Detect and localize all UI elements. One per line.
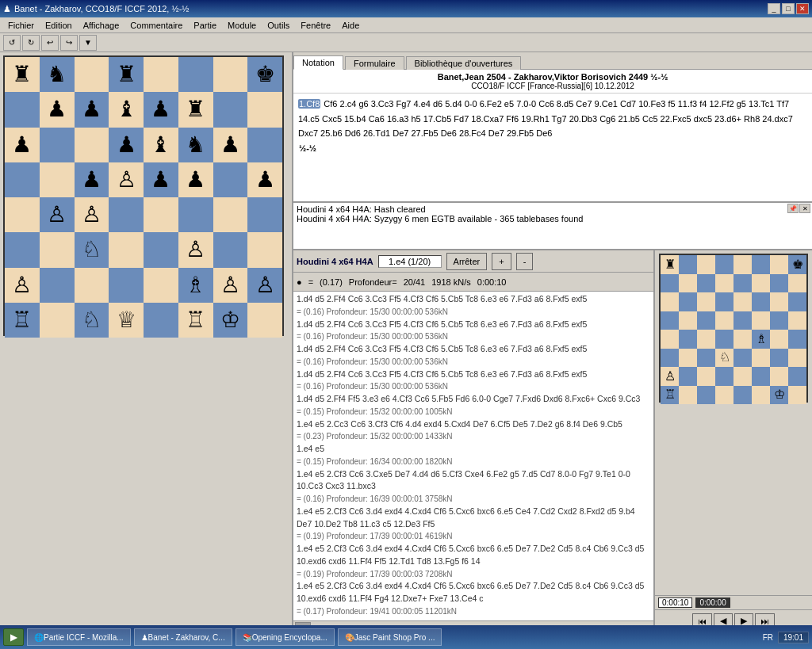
board-cell-0-3[interactable]: ♜ [109, 57, 144, 92]
board-cell-7-4[interactable] [144, 303, 178, 338]
small-cell-2-5[interactable] [752, 292, 770, 311]
board-cell-6-6[interactable]: ♙ [213, 268, 248, 303]
engine-line-9[interactable]: 1.e4 e5 2.Cf3 Cc6 3.d4 exd4 4.Cxd4 Cf6 5… [297, 543, 650, 580]
small-cell-5-3[interactable]: ♘ [715, 349, 733, 368]
board-cell-4-0[interactable] [5, 197, 40, 232]
move-1-highlight[interactable]: 1.Cf8 [298, 99, 320, 109]
notation-body[interactable]: 1.Cf8 Cf6 2.c4 g6 3.Cc3 Fg7 4.e4 d6 5.d4… [293, 94, 812, 201]
small-cell-6-1[interactable] [679, 367, 697, 386]
plus-button[interactable]: + [492, 253, 511, 270]
small-cell-2-7[interactable] [788, 292, 806, 311]
board-cell-2-6[interactable]: ♟ [213, 128, 248, 162]
toolbar-btn-2[interactable]: ↻ [22, 35, 40, 51]
menu-item-module[interactable]: Module [223, 20, 261, 31]
board-cell-4-1[interactable]: ♙ [40, 197, 75, 232]
menu-item-fenêtre[interactable]: Fenêtre [296, 20, 335, 31]
board-cell-0-7[interactable]: ♚ [247, 57, 282, 92]
small-cell-5-5[interactable] [752, 349, 770, 368]
engine-line-0[interactable]: 1.d4 d5 2.Ff4 Cc6 3.Cc3 Ff5 4.Cf3 Cf6 5.… [297, 293, 650, 319]
small-cell-1-2[interactable] [697, 274, 715, 293]
small-cell-3-4[interactable] [733, 311, 752, 330]
board-cell-1-7[interactable] [247, 92, 282, 127]
small-cell-3-5[interactable] [752, 311, 770, 330]
small-cell-4-3[interactable] [715, 330, 733, 349]
small-cell-7-7[interactable] [788, 386, 806, 405]
board-cell-7-3[interactable]: ♕ [109, 303, 144, 338]
small-cell-7-5[interactable] [752, 386, 770, 405]
minimize-button[interactable]: _ [768, 3, 780, 14]
small-cell-7-4[interactable] [733, 386, 752, 405]
small-cell-0-6[interactable] [770, 255, 788, 274]
minus-button[interactable]: - [516, 253, 534, 270]
small-cell-1-6[interactable] [770, 274, 788, 293]
chessboard[interactable]: ♜♞♜♚♟♟♝♟♜♟♟♝♞♟♟♙♟♟♟♙♙♘♙♙♗♙♙♖♘♕♖♔ [3, 55, 284, 336]
board-cell-7-2[interactable]: ♘ [75, 303, 109, 338]
board-cell-4-6[interactable] [213, 197, 248, 232]
close-button[interactable]: ✕ [796, 3, 809, 14]
small-cell-6-3[interactable] [715, 367, 733, 386]
board-cell-2-3[interactable]: ♟ [109, 128, 144, 162]
board-cell-5-1[interactable] [40, 232, 75, 267]
engine-line-10[interactable]: 1.e4 e5 2.Cf3 Cc6 3.d4 exd4 4.Cxd4 Cf6 5… [297, 580, 650, 617]
small-cell-5-2[interactable] [697, 349, 715, 368]
board-cell-7-6[interactable]: ♔ [213, 303, 248, 338]
small-cell-3-2[interactable] [697, 311, 715, 330]
small-cell-0-7[interactable]: ♚ [788, 255, 806, 274]
small-cell-0-0[interactable]: ♜ [661, 255, 679, 274]
board-cell-5-7[interactable] [247, 232, 282, 267]
small-cell-5-1[interactable] [679, 349, 697, 368]
small-cell-1-4[interactable] [733, 274, 752, 293]
small-cell-6-5[interactable] [752, 367, 770, 386]
board-cell-7-0[interactable]: ♖ [5, 303, 40, 338]
board-cell-3-0[interactable] [5, 162, 40, 197]
small-cell-5-4[interactable] [733, 349, 752, 368]
board-cell-0-5[interactable] [178, 57, 213, 92]
small-cell-4-7[interactable] [788, 330, 806, 349]
taskbar-item-2[interactable]: 📚 Opening Encyclopa... [236, 628, 335, 646]
toolbar-btn-3[interactable]: ↩ [41, 35, 59, 51]
small-cell-4-1[interactable] [679, 330, 697, 349]
board-cell-6-0[interactable]: ♙ [5, 268, 40, 303]
board-cell-6-3[interactable] [109, 268, 144, 303]
small-cell-1-5[interactable] [752, 274, 770, 293]
small-cell-3-7[interactable] [788, 311, 806, 330]
toolbar-btn-4[interactable]: ↪ [60, 35, 78, 51]
small-cell-2-0[interactable] [661, 292, 679, 311]
small-cell-3-1[interactable] [679, 311, 697, 330]
board-cell-4-4[interactable] [144, 197, 178, 232]
board-cell-4-2[interactable]: ♙ [75, 197, 109, 232]
engine-line-4[interactable]: 1.d4 d5 2.Ff4 Ff5 3.e3 e6 4.Cf3 Cc6 5.Fb… [297, 393, 650, 418]
taskbar-item-1[interactable]: ♟ Banet - Zakharov, C... [134, 628, 232, 646]
small-cell-7-0[interactable]: ♖ [661, 386, 679, 405]
board-cell-6-5[interactable]: ♗ [178, 268, 213, 303]
small-cell-4-2[interactable] [697, 330, 715, 349]
engine-line-3[interactable]: 1.d4 d5 2.Ff4 Cc6 3.Cc3 Ff5 4.Cf3 Cf6 5.… [297, 368, 650, 394]
board-cell-3-6[interactable] [213, 162, 248, 197]
board-cell-7-7[interactable] [247, 303, 282, 338]
small-cell-7-3[interactable] [715, 386, 733, 405]
menu-item-commentaire[interactable]: Commentaire [125, 20, 187, 31]
board-cell-5-6[interactable] [213, 232, 248, 267]
engine-line-7[interactable]: 1.e4 e5 2.Cf3 Cc6 3.Cxe5 De7 4.d4 d6 5.C… [297, 468, 650, 506]
menu-item-fichier[interactable]: Fichier [3, 20, 39, 31]
board-cell-3-4[interactable]: ♟ [144, 162, 178, 197]
small-cell-7-1[interactable] [679, 386, 697, 405]
small-cell-4-4[interactable] [733, 330, 752, 349]
engine-line-5[interactable]: 1.e4 e5 2.Cc3 Cc6 3.Cf3 Cf6 4.d4 exd4 5.… [297, 418, 650, 444]
small-cell-1-7[interactable] [788, 274, 806, 293]
menu-item-outils[interactable]: Outils [262, 20, 294, 31]
board-cell-2-4[interactable]: ♝ [144, 128, 178, 162]
small-cell-6-2[interactable] [697, 367, 715, 386]
engine-line-6[interactable]: 1.e4 e5= (0.15) Profondeur: 16/34 00:00:… [297, 443, 650, 468]
tab-bibliotheque[interactable]: Bibliothèque d'ouvertures [406, 56, 522, 70]
board-cell-6-4[interactable] [144, 268, 178, 303]
board-cell-6-1[interactable] [40, 268, 75, 303]
board-cell-0-6[interactable] [213, 57, 248, 92]
board-cell-0-1[interactable]: ♞ [40, 57, 75, 92]
board-cell-1-3[interactable]: ♝ [109, 92, 144, 127]
board-cell-2-7[interactable] [247, 128, 282, 162]
board-cell-1-6[interactable] [213, 92, 248, 127]
board-cell-1-2[interactable]: ♟ [75, 92, 109, 127]
menu-item-edition[interactable]: Edition [40, 20, 77, 31]
tab-notation[interactable]: Notation [293, 55, 343, 70]
